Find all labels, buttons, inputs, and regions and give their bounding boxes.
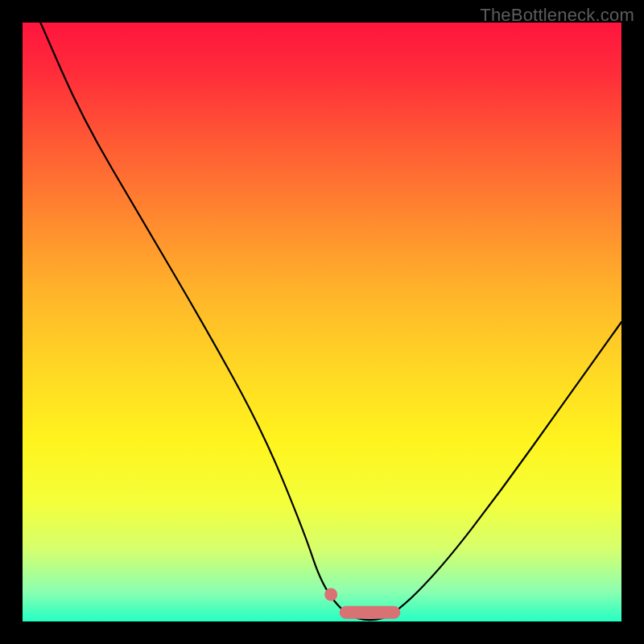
watermark-text: TheBottleneck.com xyxy=(480,5,634,26)
plot-area xyxy=(23,23,621,621)
chart-svg xyxy=(23,23,621,621)
marker-dot xyxy=(324,588,337,601)
bottleneck-curve xyxy=(40,23,621,620)
